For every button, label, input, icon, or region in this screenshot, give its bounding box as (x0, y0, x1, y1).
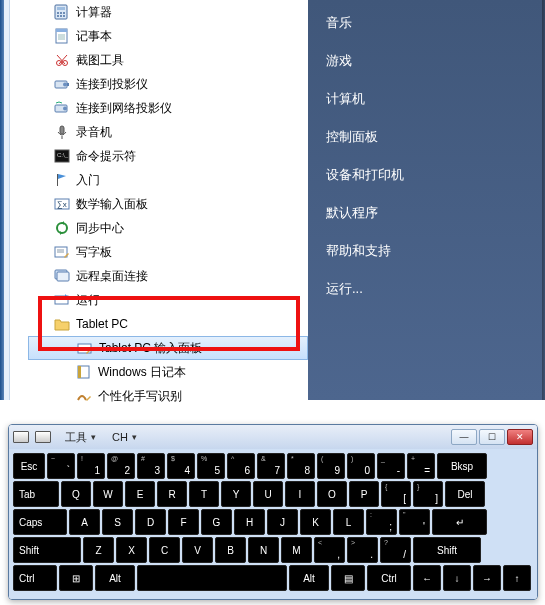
key-8[interactable]: *8 (287, 453, 315, 479)
key-x[interactable]: X (116, 537, 147, 563)
key-a[interactable]: A (69, 509, 100, 535)
key-4[interactable]: $4 (167, 453, 195, 479)
key-caps[interactable]: Caps (13, 509, 67, 535)
key-6[interactable]: ^6 (227, 453, 255, 479)
key-2[interactable]: @2 (107, 453, 135, 479)
key-↵[interactable]: ↵ (432, 509, 487, 535)
key-f[interactable]: F (168, 509, 199, 535)
key-v[interactable]: V (182, 537, 213, 563)
key-'[interactable]: "' (399, 509, 430, 535)
key-space[interactable] (137, 565, 287, 591)
handwriting-mode-icon[interactable] (35, 431, 51, 443)
key-3[interactable]: #3 (137, 453, 165, 479)
key-;[interactable]: :; (366, 509, 397, 535)
key-q[interactable]: Q (61, 481, 91, 507)
key-del[interactable]: Del (445, 481, 485, 507)
key-n[interactable]: N (248, 537, 279, 563)
key-tab[interactable]: Tab (13, 481, 59, 507)
program-item-cmd[interactable]: C:\_命令提示符 (28, 144, 308, 168)
key-/[interactable]: ?/ (380, 537, 411, 563)
keyboard-mode-icon[interactable] (13, 431, 29, 443)
program-item-math-input[interactable]: ∑x数学输入面板 (28, 192, 308, 216)
program-item-flag[interactable]: 入门 (28, 168, 308, 192)
key-c[interactable]: C (149, 537, 180, 563)
key-shift[interactable]: Shift (13, 537, 81, 563)
key-←[interactable]: ← (413, 565, 441, 591)
key-,[interactable]: <, (314, 537, 345, 563)
key-esc[interactable]: Esc (13, 453, 45, 479)
key-bksp[interactable]: Bksp (437, 453, 487, 479)
program-item-rdp[interactable]: 远程桌面连接 (28, 264, 308, 288)
key--[interactable]: _- (377, 453, 405, 479)
key-[[interactable]: {[ (381, 481, 411, 507)
program-item-calculator[interactable]: 计算器 (28, 0, 308, 24)
key-p[interactable]: P (349, 481, 379, 507)
key-.[interactable]: >. (347, 537, 378, 563)
key-↑[interactable]: ↑ (503, 565, 531, 591)
program-item-sync[interactable]: 同步中心 (28, 216, 308, 240)
osk-titlebar: 工具 CH — ☐ ✕ (9, 425, 537, 449)
key-h[interactable]: H (234, 509, 265, 535)
key-s[interactable]: S (102, 509, 133, 535)
key-t[interactable]: T (189, 481, 219, 507)
language-menu[interactable]: CH (108, 428, 141, 447)
program-item-tablet-input[interactable]: Tablet PC 输入面板 (28, 336, 308, 360)
program-item-handwriting[interactable]: 个性化手写识别 (28, 384, 308, 408)
key-k[interactable]: K (300, 509, 331, 535)
key-d[interactable]: D (135, 509, 166, 535)
places-item-7[interactable]: 运行... (308, 270, 545, 308)
key-u[interactable]: U (253, 481, 283, 507)
key-alt[interactable]: Alt (289, 565, 329, 591)
key-y[interactable]: Y (221, 481, 251, 507)
minimize-button[interactable]: — (451, 429, 477, 445)
key-m[interactable]: M (281, 537, 312, 563)
key-l[interactable]: L (333, 509, 364, 535)
program-item-notepad[interactable]: 记事本 (28, 24, 308, 48)
key-j[interactable]: J (267, 509, 298, 535)
maximize-button[interactable]: ☐ (479, 429, 505, 445)
program-item-tablet-pen[interactable]: 写字板 (28, 240, 308, 264)
program-item-snipping[interactable]: 截图工具 (28, 48, 308, 72)
key-e[interactable]: E (125, 481, 155, 507)
places-item-2[interactable]: 计算机 (308, 80, 545, 118)
key-`[interactable]: ~` (47, 453, 75, 479)
key-shift[interactable]: Shift (413, 537, 481, 563)
program-item-journal[interactable]: Windows 日记本 (28, 360, 308, 384)
key-i[interactable]: I (285, 481, 315, 507)
program-item-projector[interactable]: 连接到投影仪 (28, 72, 308, 96)
key-alt[interactable]: Alt (95, 565, 135, 591)
key-w[interactable]: W (93, 481, 123, 507)
places-item-6[interactable]: 帮助和支持 (308, 232, 545, 270)
key-=[interactable]: += (407, 453, 435, 479)
places-item-4[interactable]: 设备和打印机 (308, 156, 545, 194)
close-button[interactable]: ✕ (507, 429, 533, 445)
key-→[interactable]: → (473, 565, 501, 591)
key-5[interactable]: %5 (197, 453, 225, 479)
places-item-0[interactable]: 音乐 (308, 4, 545, 42)
places-item-3[interactable]: 控制面板 (308, 118, 545, 156)
key-⊞[interactable]: ⊞ (59, 565, 93, 591)
key-1[interactable]: !1 (77, 453, 105, 479)
key-][interactable]: }] (413, 481, 443, 507)
key-0[interactable]: )0 (347, 453, 375, 479)
key-sublabel: ~ (51, 455, 55, 462)
program-item-run[interactable]: 运行 (28, 288, 308, 312)
key-ctrl[interactable]: Ctrl (13, 565, 57, 591)
key-g[interactable]: G (201, 509, 232, 535)
tools-menu[interactable]: 工具 (61, 428, 100, 447)
key-z[interactable]: Z (83, 537, 114, 563)
key-ctrl[interactable]: Ctrl (367, 565, 411, 591)
key-o[interactable]: O (317, 481, 347, 507)
key-▤[interactable]: ▤ (331, 565, 365, 591)
key-9[interactable]: (9 (317, 453, 345, 479)
key-b[interactable]: B (215, 537, 246, 563)
folder-icon (54, 316, 70, 332)
key-r[interactable]: R (157, 481, 187, 507)
places-item-1[interactable]: 游戏 (308, 42, 545, 80)
program-item-mic[interactable]: 录音机 (28, 120, 308, 144)
key-↓[interactable]: ↓ (443, 565, 471, 591)
program-item-net-projector[interactable]: 连接到网络投影仪 (28, 96, 308, 120)
places-item-5[interactable]: 默认程序 (308, 194, 545, 232)
key-7[interactable]: &7 (257, 453, 285, 479)
program-item-folder[interactable]: Tablet PC (28, 312, 308, 336)
